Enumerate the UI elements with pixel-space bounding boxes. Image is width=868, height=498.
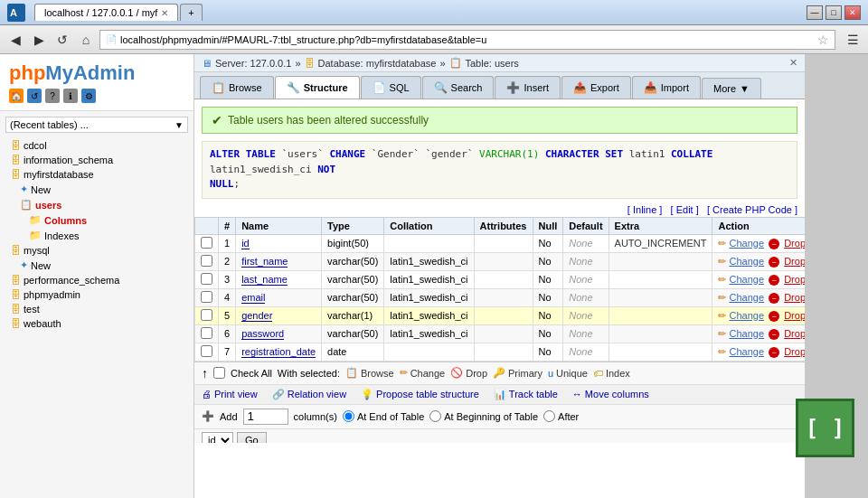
sidebar-item-cdcol[interactable]: 🗄 cdcol bbox=[0, 138, 193, 153]
bookmark-icon[interactable]: ☆ bbox=[817, 33, 829, 47]
row-extra bbox=[609, 324, 712, 343]
row-default: None bbox=[563, 324, 609, 343]
tab-sql[interactable]: 📄 SQL bbox=[361, 76, 421, 99]
row-checkbox[interactable] bbox=[201, 345, 212, 357]
tab-more[interactable]: More ▼ bbox=[702, 78, 761, 99]
tab-search[interactable]: 🔍 Search bbox=[422, 76, 495, 99]
column-name-link[interactable]: gender bbox=[241, 310, 272, 322]
sidebar-item-performance-schema[interactable]: 🗄 performance_schema bbox=[0, 273, 193, 287]
drop-link[interactable]: Drop bbox=[784, 238, 805, 249]
bottom-index-action[interactable]: 🏷 Index bbox=[593, 368, 630, 379]
row-checkbox[interactable] bbox=[201, 309, 212, 321]
track-table-link[interactable]: 📊 Track table bbox=[494, 389, 558, 400]
back-button[interactable]: ◀ bbox=[5, 30, 25, 50]
tab-close-icon[interactable]: ✕ bbox=[161, 8, 168, 18]
bottom-browse-action[interactable]: 📋 Browse bbox=[345, 367, 394, 379]
bottom-drop-action[interactable]: 🚫 Drop bbox=[450, 367, 487, 379]
drop-link[interactable]: Drop bbox=[784, 292, 805, 303]
sidebar-item-new-1[interactable]: ✦ New bbox=[0, 182, 193, 197]
change-link[interactable]: Change bbox=[730, 328, 765, 339]
column-name-link[interactable]: last_name bbox=[241, 274, 288, 286]
forward-button[interactable]: ▶ bbox=[29, 30, 49, 50]
print-view-link[interactable]: 🖨 Print view bbox=[202, 389, 258, 399]
sidebar-item-new-2[interactable]: ✦ New bbox=[0, 258, 193, 273]
change-link[interactable]: Change bbox=[730, 292, 765, 303]
check-all-label[interactable]: Check All bbox=[231, 368, 272, 379]
alert-success: ✔ Table users has been altered successfu… bbox=[202, 107, 797, 134]
bottom-change-action[interactable]: ✏ Change bbox=[400, 367, 446, 379]
drop-link[interactable]: Drop bbox=[784, 274, 805, 285]
address-bar[interactable]: 📄 localhost/phpmyadmin/#PMAURL-7:tbl_str… bbox=[99, 30, 835, 50]
reload-icon[interactable]: ↺ bbox=[27, 89, 42, 103]
at-end-option[interactable]: At End of Table bbox=[343, 410, 424, 422]
tab-structure[interactable]: 🔧 Structure bbox=[275, 76, 360, 99]
change-link[interactable]: Change bbox=[730, 310, 765, 321]
sidebar-item-phpmyadmin[interactable]: 🗄 phpmyadmin bbox=[0, 287, 193, 302]
create-php-link[interactable]: [ Create PHP Code ] bbox=[707, 204, 797, 215]
maximize-button[interactable]: □ bbox=[826, 5, 842, 20]
close-header-icon[interactable]: ✕ bbox=[789, 57, 797, 69]
row-checkbox[interactable] bbox=[201, 237, 212, 249]
change-link[interactable]: Change bbox=[730, 238, 765, 249]
question-icon[interactable]: ? bbox=[45, 89, 60, 103]
sidebar-item-columns[interactable]: 📁 Columns bbox=[0, 212, 193, 228]
tab-export[interactable]: 📤 Export bbox=[561, 76, 631, 99]
column-name-link[interactable]: first_name bbox=[241, 256, 288, 268]
change-label: Change bbox=[410, 368, 446, 379]
sidebar-item-webauth[interactable]: 🗄 webauth bbox=[0, 316, 193, 331]
bottom-primary-action[interactable]: 🔑 Primary bbox=[493, 367, 542, 379]
row-checkbox[interactable] bbox=[201, 255, 212, 267]
minimize-button[interactable]: — bbox=[807, 5, 823, 20]
check-arrow-icon[interactable]: ↑ bbox=[202, 366, 208, 381]
change-link[interactable]: Change bbox=[730, 274, 765, 285]
menu-button[interactable]: ☰ bbox=[843, 30, 863, 50]
add-columns-input[interactable] bbox=[243, 409, 288, 425]
column-name-link[interactable]: email bbox=[241, 292, 265, 304]
at-beginning-radio[interactable] bbox=[429, 410, 441, 422]
column-select[interactable]: id bbox=[202, 432, 233, 444]
drop-link[interactable]: Drop bbox=[784, 256, 805, 267]
sidebar-item-test[interactable]: 🗄 test bbox=[0, 302, 193, 316]
at-beginning-option[interactable]: At Beginning of Table bbox=[429, 410, 538, 422]
sidebar-item-myfirstdatabase[interactable]: 🗄 myfirstdatabase bbox=[0, 167, 193, 182]
refresh-button[interactable]: ↺ bbox=[52, 30, 72, 50]
tab-browse[interactable]: 📋 Browse bbox=[200, 76, 274, 99]
propose-structure-link[interactable]: 💡 Propose table structure bbox=[361, 389, 479, 400]
row-checkbox[interactable] bbox=[201, 291, 212, 303]
sidebar-item-mysql[interactable]: 🗄 mysql bbox=[0, 243, 193, 258]
drop-link[interactable]: Drop bbox=[784, 346, 805, 357]
new-tab[interactable]: + bbox=[180, 4, 202, 21]
column-name-link[interactable]: password bbox=[241, 328, 284, 340]
sidebar-item-indexes[interactable]: 📁 Indexes bbox=[0, 228, 193, 243]
row-checkbox[interactable] bbox=[201, 273, 212, 285]
drop-link[interactable]: Drop bbox=[784, 328, 805, 339]
home-button[interactable]: ⌂ bbox=[76, 30, 96, 50]
move-columns-link[interactable]: ↔ Move columns bbox=[572, 389, 649, 399]
column-name-link[interactable]: registration_date bbox=[241, 346, 316, 358]
info-icon[interactable]: ℹ bbox=[63, 89, 78, 103]
relation-view-link[interactable]: 🔗 Relation view bbox=[272, 389, 346, 400]
check-all-checkbox[interactable] bbox=[213, 367, 225, 379]
tab-import[interactable]: 📥 Import bbox=[632, 76, 701, 99]
add-icon: ➕ bbox=[202, 410, 214, 422]
tab-insert[interactable]: ➕ Insert bbox=[495, 76, 561, 99]
change-link[interactable]: Change bbox=[730, 346, 765, 357]
row-checkbox[interactable] bbox=[201, 327, 212, 339]
column-name-link[interactable]: id bbox=[241, 238, 250, 249]
close-button[interactable]: ✕ bbox=[844, 5, 861, 20]
after-option[interactable]: After bbox=[543, 410, 579, 422]
drop-link[interactable]: Drop bbox=[784, 310, 805, 321]
change-link[interactable]: Change bbox=[730, 256, 765, 267]
after-radio[interactable] bbox=[543, 410, 555, 422]
home-icon[interactable]: 🏠 bbox=[9, 89, 24, 103]
edit-link[interactable]: [ Edit ] bbox=[671, 204, 699, 215]
bottom-unique-action[interactable]: u Unique bbox=[548, 368, 588, 379]
sidebar-item-information-schema[interactable]: 🗄 information_schema bbox=[0, 153, 193, 167]
sidebar-item-users[interactable]: 📋 users bbox=[0, 197, 193, 212]
browser-tab[interactable]: localhost / 127.0.0.1 / myf ✕ bbox=[34, 4, 178, 21]
recent-tables-dropdown[interactable]: (Recent tables) ... ▼ bbox=[5, 117, 188, 133]
at-end-radio[interactable] bbox=[343, 410, 354, 422]
inline-link[interactable]: [ Inline ] bbox=[627, 204, 663, 215]
go-button[interactable]: Go bbox=[237, 432, 267, 444]
settings-icon[interactable]: ⚙ bbox=[81, 89, 96, 103]
